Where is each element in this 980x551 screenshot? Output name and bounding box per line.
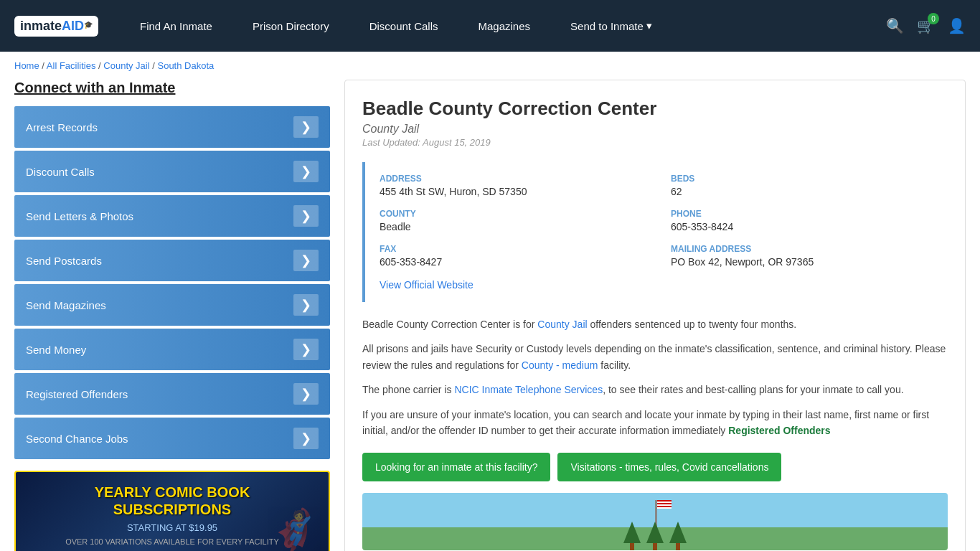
beds-label: BEDS (671, 174, 933, 184)
ad-title: YEARLY COMIC BOOKSUBSCRIPTIONS (95, 484, 250, 518)
user-icon[interactable]: 👤 (948, 17, 966, 34)
cart-badge: 0 (928, 13, 939, 24)
send-to-inmate-label: Send to Inmate ▾ (570, 19, 652, 32)
nav-magazines[interactable]: Magazines (458, 0, 551, 52)
nav-send-to-inmate[interactable]: Send to Inmate ▾ (550, 0, 672, 52)
facility-info-grid: ADDRESS 455 4th St SW, Huron, SD 57350 B… (362, 162, 948, 302)
sidebar-item-send-letters[interactable]: Send Letters & Photos ❯ (14, 195, 330, 237)
logo-text: inmateAID🎓 (20, 19, 93, 34)
nav-discount-calls[interactable]: Discount Calls (349, 0, 458, 52)
sidebar-item-send-postcards[interactable]: Send Postcards ❯ (14, 240, 330, 281)
facility-content: Beadle County Correction Center County J… (344, 80, 966, 551)
ad-note: OVER 100 VARIATIONS AVAILABLE FOR EVERY … (65, 537, 279, 546)
logo-area: inmateAID🎓 (14, 16, 98, 37)
facility-description: Beadle County Correction Center is for C… (362, 316, 948, 438)
desc-para-4: If you are unsure of your inmate's locat… (362, 407, 948, 439)
main-nav: Find An Inmate Prison Directory Discount… (120, 0, 886, 52)
fax-value: 605-353-8427 (380, 256, 642, 268)
nav-find-inmate[interactable]: Find An Inmate (120, 0, 232, 52)
logo[interactable]: inmateAID🎓 (14, 16, 98, 37)
breadcrumb-all-facilities[interactable]: All Facilities (47, 60, 96, 71)
search-icon[interactable]: 🔍 (886, 17, 904, 34)
facility-updated: Last Updated: August 15, 2019 (362, 137, 948, 148)
address-label: ADDRESS (380, 174, 642, 184)
ncic-link[interactable]: NCIC Inmate Telephone Services (454, 384, 603, 395)
cart-icon[interactable]: 🛒 0 (917, 17, 935, 34)
ad-hero-icon: 🦸 (268, 507, 321, 551)
beds-value: 62 (671, 186, 933, 197)
sidebar-item-second-chance-jobs[interactable]: Second Chance Jobs ❯ (14, 418, 330, 459)
header-icons: 🔍 🛒 0 👤 (886, 17, 966, 34)
facility-type: County Jail (362, 123, 948, 136)
mailing-label: MAILING ADDRESS (671, 244, 933, 254)
breadcrumb-county-jail[interactable]: County Jail (103, 60, 149, 71)
fax-field: FAX 605-353-8427 (380, 244, 642, 268)
desc-para-1: Beadle County Correction Center is for C… (362, 316, 948, 332)
facility-trees (623, 522, 687, 550)
county-value: Beadle (380, 221, 642, 232)
sidebar: Connect with an Inmate Arrest Records ❯ … (14, 80, 330, 551)
tree-1 (623, 522, 641, 550)
beds-field: BEDS 62 (671, 174, 933, 197)
phone-label: PHONE (671, 209, 933, 219)
sidebar-menu: Arrest Records ❯ Discount Calls ❯ Send L… (14, 106, 330, 459)
tree-2 (646, 522, 664, 550)
chevron-right-icon: ❯ (293, 205, 319, 227)
find-inmate-button[interactable]: Looking for an inmate at this facility? (362, 453, 550, 481)
fax-label: FAX (380, 244, 642, 254)
visitations-button[interactable]: Visitations - times, rules, Covid cancel… (557, 453, 781, 481)
registered-offenders-link[interactable]: Registered Offenders (728, 425, 830, 436)
breadcrumb-home[interactable]: Home (14, 60, 39, 71)
chevron-right-icon: ❯ (293, 161, 319, 182)
sidebar-item-send-money[interactable]: Send Money ❯ (14, 329, 330, 370)
flag-icon (657, 500, 672, 509)
address-field: ADDRESS 455 4th St SW, Huron, SD 57350 (380, 174, 642, 197)
header: inmateAID🎓 Find An Inmate Prison Directo… (0, 0, 980, 52)
county-jail-link[interactable]: County Jail (537, 319, 587, 330)
facility-name: Beadle County Correction Center (362, 98, 948, 120)
mailing-field: MAILING ADDRESS PO Box 42, Newport, OR 9… (671, 244, 933, 268)
phone-value: 605-353-8424 (671, 221, 933, 232)
dropdown-chevron-icon: ▾ (646, 19, 652, 32)
chevron-right-icon: ❯ (293, 294, 319, 316)
desc-para-3: The phone carrier is NCIC Inmate Telepho… (362, 382, 948, 397)
sidebar-item-discount-calls[interactable]: Discount Calls ❯ (14, 151, 330, 192)
county-medium-link[interactable]: County - medium (522, 359, 598, 371)
breadcrumb-state[interactable]: South Dakota (157, 60, 214, 71)
breadcrumb: Home / All Facilities / County Jail / So… (0, 52, 980, 80)
sidebar-item-registered-offenders[interactable]: Registered Offenders ❯ (14, 373, 330, 415)
facility-image (362, 493, 948, 550)
county-field: COUNTY Beadle (380, 209, 642, 232)
chevron-right-icon: ❯ (293, 383, 319, 405)
chevron-right-icon: ❯ (293, 428, 319, 449)
action-buttons: Looking for an inmate at this facility? … (362, 453, 948, 481)
ad-subtitle: STARTING AT $19.95 (127, 522, 217, 533)
address-value: 455 4th St SW, Huron, SD 57350 (380, 186, 642, 197)
chevron-right-icon: ❯ (293, 250, 319, 271)
main-layout: Connect with an Inmate Arrest Records ❯ … (0, 80, 980, 551)
mailing-value: PO Box 42, Newport, OR 97365 (671, 256, 933, 268)
website-field: View Official Website (380, 279, 933, 291)
website-link[interactable]: View Official Website (380, 279, 473, 291)
sidebar-ad[interactable]: YEARLY COMIC BOOKSUBSCRIPTIONS STARTING … (14, 471, 330, 551)
sidebar-item-arrest-records[interactable]: Arrest Records ❯ (14, 106, 330, 148)
county-label: COUNTY (380, 209, 642, 219)
chevron-right-icon: ❯ (293, 339, 319, 360)
sidebar-item-send-magazines[interactable]: Send Magazines ❯ (14, 284, 330, 326)
nav-prison-directory[interactable]: Prison Directory (232, 0, 349, 52)
chevron-right-icon: ❯ (293, 116, 319, 138)
phone-field: PHONE 605-353-8424 (671, 209, 933, 232)
desc-para-2: All prisons and jails have Security or C… (362, 341, 948, 373)
sidebar-title: Connect with an Inmate (14, 80, 330, 96)
tree-3 (669, 522, 687, 550)
